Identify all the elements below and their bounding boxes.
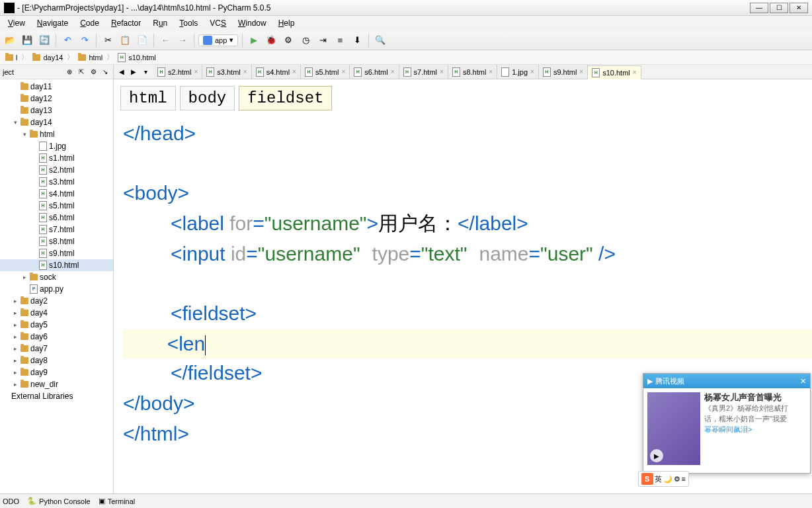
close-button[interactable]: ✕ [790, 3, 808, 13]
tab-close-button[interactable]: × [292, 68, 296, 75]
gear-icon[interactable]: ⚙ [674, 475, 680, 484]
editor-tab[interactable]: s2.html× [153, 65, 202, 79]
menu-refactor[interactable]: Refactor [106, 17, 146, 29]
editor-tab[interactable]: s8.html× [448, 65, 497, 79]
editor-tab[interactable]: s4.html× [252, 65, 301, 79]
tree-item[interactable]: 1.jpg [0, 140, 113, 152]
forward-button[interactable]: → [175, 33, 190, 48]
tree-item[interactable]: ▸day2 [0, 295, 113, 307]
popup-title[interactable]: 杨幂女儿声音首曝光 [704, 392, 806, 403]
path-crumb[interactable]: body [180, 86, 235, 110]
tab-close-button[interactable]: × [243, 68, 247, 75]
tab-close-button[interactable]: × [633, 69, 637, 76]
tree-arrow-icon[interactable]: ▸ [12, 298, 19, 304]
paste-button[interactable]: 📄 [135, 33, 149, 48]
tree-item[interactable]: s8.html [0, 235, 113, 247]
tree-item[interactable]: ▾html [0, 128, 113, 140]
vcs-button[interactable]: ⬇ [350, 33, 364, 48]
tab-close-button[interactable]: × [530, 68, 534, 75]
tab-list-button[interactable]: ▾ [140, 67, 151, 77]
editor-tab[interactable]: s9.html× [539, 65, 588, 79]
open-button[interactable]: 📂 [3, 33, 17, 48]
gear-icon[interactable]: ⚙ [88, 67, 99, 77]
tree-arrow-icon[interactable]: ▾ [12, 119, 19, 126]
menu-vcs[interactable]: VCS [204, 17, 231, 29]
tab-prev-button[interactable]: ◀ [116, 67, 127, 77]
menu-tools[interactable]: Tools [174, 17, 203, 29]
maximize-button[interactable]: ☐ [770, 3, 788, 13]
hide-button[interactable]: ↘ [100, 67, 110, 77]
tab-close-button[interactable]: × [341, 68, 345, 75]
menu-navigate[interactable]: Navigate [32, 17, 73, 29]
run-button[interactable]: ▶ [247, 33, 261, 48]
popup-close-button[interactable]: ✕ [800, 377, 806, 386]
tree-item[interactable]: ▸sock [0, 271, 113, 283]
breadcrumb-item[interactable]: html [74, 54, 106, 62]
tree-arrow-icon[interactable]: ▸ [12, 310, 19, 316]
tab-close-button[interactable]: × [489, 68, 493, 75]
tree-item[interactable]: day13 [0, 105, 113, 116]
tree-item[interactable]: s7.html [0, 224, 113, 235]
tree-arrow-icon[interactable]: ▾ [21, 131, 28, 138]
tree-item[interactable]: ▸day7 [0, 343, 113, 355]
debug-button[interactable]: 🐞 [264, 33, 278, 48]
project-tree[interactable]: day11day12day13▾day14▾html1.jpgs1.htmls2… [0, 79, 113, 403]
menu-run[interactable]: Run [147, 17, 173, 29]
tree-item[interactable]: ▸day6 [0, 331, 113, 343]
step-button[interactable]: ⇥ [315, 33, 330, 48]
tree-item[interactable]: External Libraries [0, 390, 113, 402]
play-icon[interactable]: ▶ [650, 449, 663, 462]
todo-tab[interactable]: ODO [3, 497, 19, 505]
menu-help[interactable]: Help [273, 17, 300, 29]
tree-arrow-icon[interactable]: ▸ [12, 357, 19, 364]
tree-arrow-icon[interactable]: ▸ [12, 333, 19, 340]
tree-item[interactable]: s1.html [0, 152, 113, 164]
scroll-from-source-button[interactable]: ⊕ [64, 67, 75, 77]
tab-close-button[interactable]: × [194, 68, 198, 75]
save-button[interactable]: 💾 [20, 33, 34, 48]
tree-item[interactable]: ▸day4 [0, 307, 113, 319]
structure-button[interactable]: 🔍 [373, 33, 387, 48]
path-crumb[interactable]: fieldset [239, 86, 332, 110]
tree-arrow-icon[interactable]: ▸ [21, 274, 28, 280]
menu-icon[interactable]: ≡ [682, 475, 686, 483]
tab-close-button[interactable]: × [391, 68, 395, 75]
tab-next-button[interactable]: ▶ [128, 67, 139, 77]
tree-item[interactable]: app.py [0, 283, 113, 295]
back-button[interactable]: ← [158, 33, 173, 48]
tree-item[interactable]: s5.html [0, 200, 113, 212]
collapse-all-button[interactable]: ⇱ [76, 67, 87, 77]
tree-item[interactable]: ▸new_dir [0, 378, 113, 390]
editor-tab[interactable]: s10.html× [588, 65, 641, 79]
menu-view[interactable]: View [3, 17, 30, 29]
menu-window[interactable]: Window [233, 17, 272, 29]
menu-code[interactable]: Code [75, 17, 104, 29]
sync-button[interactable]: 🔄 [37, 33, 52, 48]
tree-item[interactable]: s6.html [0, 212, 113, 224]
breadcrumb-item[interactable]: s10.html [114, 53, 160, 62]
tree-arrow-icon[interactable]: ▸ [12, 369, 19, 376]
tree-item[interactable]: ▸day9 [0, 366, 113, 378]
tree-item[interactable]: s3.html [0, 176, 113, 188]
popup-thumbnail[interactable]: ▶ [647, 392, 700, 465]
ime-switcher[interactable]: S 英 🌙 ⚙ ≡ [638, 471, 689, 487]
cut-button[interactable]: ✂ [101, 33, 115, 48]
coverage-button[interactable]: ⚙ [281, 33, 296, 48]
editor-tab[interactable]: s7.html× [399, 65, 448, 79]
run-config-selector[interactable]: app ▾ [198, 34, 238, 46]
editor-tab[interactable]: s3.html× [202, 65, 251, 79]
tree-item[interactable]: day12 [0, 93, 113, 105]
tree-arrow-icon[interactable]: ▸ [12, 381, 19, 388]
editor-tab[interactable]: s5.html× [301, 65, 350, 79]
breadcrumb-item[interactable]: l [1, 54, 21, 62]
tree-arrow-icon[interactable]: ▸ [12, 345, 19, 352]
terminal-tab[interactable]: ▣ Terminal [99, 497, 136, 505]
redo-button[interactable]: ↷ [77, 33, 92, 48]
tab-close-button[interactable]: × [579, 68, 583, 75]
tree-item[interactable]: s10.html [0, 259, 113, 271]
tree-item[interactable]: s4.html [0, 188, 113, 200]
tree-arrow-icon[interactable]: ▸ [12, 321, 19, 328]
tree-item[interactable]: ▸day8 [0, 355, 113, 366]
popup-link[interactable]: 幂幂瞬间飙泪> [704, 424, 806, 435]
editor-tab[interactable]: 1.jpg× [497, 65, 539, 79]
